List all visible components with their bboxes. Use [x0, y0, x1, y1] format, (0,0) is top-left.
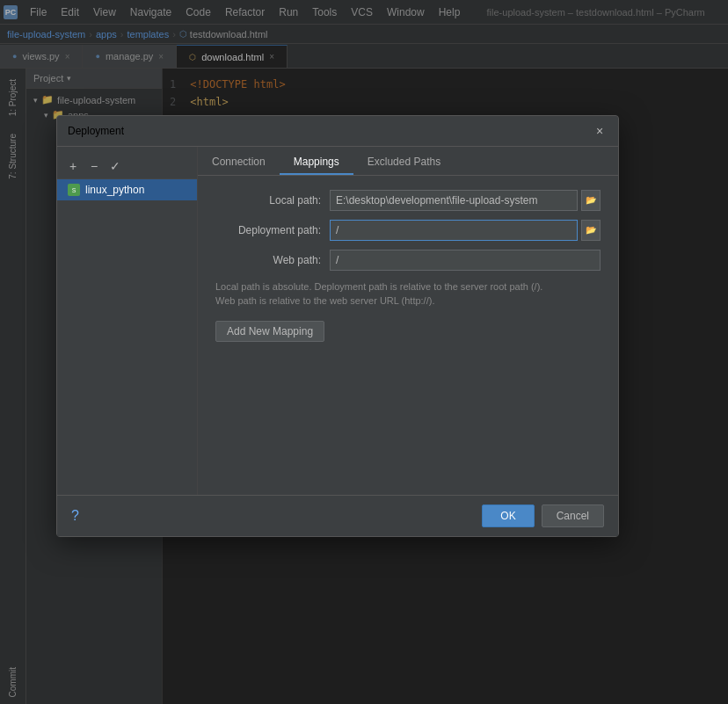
tab-mappings[interactable]: Mappings [280, 150, 353, 175]
dialog-main: Connection Mappings Excluded Paths Local… [198, 147, 618, 495]
help-text-line1: Local path is absolute. Deployment path … [215, 279, 601, 294]
dialog-left-panel: + − ✓ S linux_python [57, 147, 198, 495]
help-icon[interactable]: ? [71, 508, 79, 524]
web-path-label: Web path: [215, 254, 330, 266]
server-icon: S [68, 184, 80, 196]
dialog-close-button[interactable]: × [592, 123, 608, 139]
ok-button[interactable]: OK [482, 504, 534, 527]
dialog-tabs: Connection Mappings Excluded Paths [198, 147, 618, 176]
web-path-input-wrap [330, 250, 601, 271]
dialog-toolbar: + − ✓ [57, 154, 197, 179]
local-path-row: Local path: 📂 [215, 190, 601, 211]
deployment-path-browse-button[interactable]: 📂 [581, 220, 601, 241]
web-path-row: Web path: [215, 250, 601, 271]
ide-window: PC File Edit View Navigate Code Refactor… [0, 0, 728, 704]
cancel-button[interactable]: Cancel [542, 504, 604, 527]
browse-folder-icon: 📂 [586, 195, 596, 205]
deployment-path-input[interactable] [330, 220, 578, 241]
dialog-title: Deployment [68, 125, 124, 137]
dialog-footer: ? OK Cancel [57, 495, 618, 536]
local-path-input[interactable] [330, 190, 578, 211]
help-text: Local path is absolute. Deployment path … [215, 279, 601, 308]
web-path-input[interactable] [330, 250, 601, 271]
mappings-content: Local path: 📂 Deployment path: [198, 176, 618, 495]
local-path-input-wrap: 📂 [330, 190, 601, 211]
server-name: linux_python [85, 184, 144, 196]
deployment-dialog: Deployment × + − ✓ S [56, 115, 619, 537]
dialog-title-bar: Deployment × [57, 116, 618, 147]
svg-text:S: S [72, 187, 76, 193]
local-path-browse-button[interactable]: 📂 [581, 190, 601, 211]
modal-overlay: Deployment × + − ✓ S [0, 0, 728, 704]
tab-connection[interactable]: Connection [198, 150, 280, 175]
check-server-button[interactable]: ✓ [106, 157, 124, 175]
deployment-path-label: Deployment path: [215, 224, 330, 236]
add-new-mapping-button[interactable]: Add New Mapping [215, 321, 324, 342]
dialog-body: + − ✓ S linux_python [57, 147, 618, 495]
deployment-path-input-wrap: 📂 [330, 220, 601, 241]
tab-excluded-paths[interactable]: Excluded Paths [353, 150, 455, 175]
deployment-path-row: Deployment path: 📂 [215, 220, 601, 241]
add-server-button[interactable]: + [64, 157, 82, 175]
server-item-linux-python[interactable]: S linux_python [57, 179, 197, 200]
deployment-browse-icon: 📂 [586, 225, 596, 235]
remove-server-button[interactable]: − [85, 157, 103, 175]
local-path-label: Local path: [215, 194, 330, 207]
footer-buttons: OK Cancel [482, 504, 604, 527]
help-text-line2: Web path is relative to the web server U… [215, 294, 601, 308]
